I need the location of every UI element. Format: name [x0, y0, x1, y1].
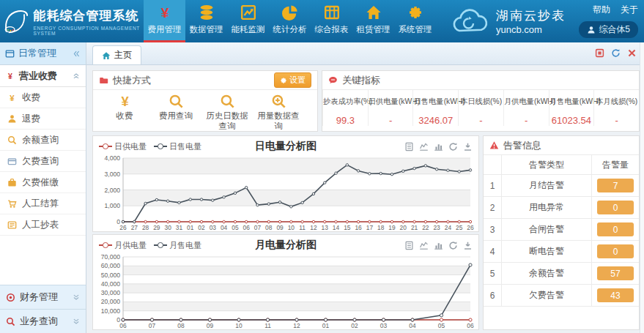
nav-item[interactable]: ¥ 费用管理 [144, 0, 185, 42]
search-icon [7, 135, 17, 145]
nav-item[interactable]: 综合报表 [311, 0, 352, 42]
line-chart-icon[interactable] [419, 241, 429, 250]
sidebar-spacer [0, 236, 86, 285]
nav-item-label: 能耗监测 [232, 24, 265, 35]
monitor-chart-icon [240, 4, 256, 20]
home-icon [366, 4, 382, 20]
sidebar-item[interactable]: 余额查询 [0, 130, 86, 151]
svg-text:¥: ¥ [10, 93, 15, 102]
sidebar-item[interactable]: 欠费催缴 [0, 172, 86, 193]
app-logo: 能耗综合管理系统 ENERGY CONSUMPTION MANAGEMENT S… [0, 0, 144, 42]
indicator-label: 月售电量(kWH) [549, 97, 594, 107]
indicator-cell: 日售电量(kWH) 3246.07 [412, 90, 458, 126]
daily-chart-canvas[interactable]: 01,0002,0003,0004,0002627282930310102030… [97, 155, 475, 231]
shortcut-list: ¥ 收费 费用查询 历史日数据查询 [93, 90, 317, 132]
alarm-row: 4 断电告警 0 [484, 241, 639, 263]
tab-bar: 主页 [86, 42, 644, 65]
legend-marker-icon [154, 242, 167, 249]
alarm-index: 6 [484, 291, 501, 301]
sidebar-bottom-item[interactable]: 财务管理 [0, 285, 86, 309]
svg-text:11: 11 [299, 224, 306, 231]
svg-text:14: 14 [333, 224, 340, 231]
sidebar-item[interactable]: 人工结算 [0, 193, 86, 214]
legend-item[interactable]: 日供电量 [99, 141, 147, 152]
save-image-icon[interactable] [463, 142, 473, 151]
svg-text:22: 22 [422, 224, 429, 231]
legend-item[interactable]: 日售电量 [154, 141, 201, 152]
indicator-cell: 月售电量(kWH) 61023.54 [549, 90, 594, 126]
sidebar-item-label: 欠费查询 [22, 155, 59, 168]
settings-button[interactable]: 设置 [274, 72, 311, 88]
line-chart-icon[interactable] [419, 142, 429, 151]
nav-item[interactable]: 统计分析 [269, 0, 311, 42]
restore-icon[interactable] [448, 142, 458, 151]
sidebar-item[interactable]: 退费 [0, 108, 86, 130]
sidebar-item[interactable]: 人工抄表 [0, 214, 86, 236]
indicator-value: - [459, 115, 503, 126]
yen-icon: ¥ [6, 72, 15, 81]
alarm-row: 1 月结告警 7 [484, 175, 639, 197]
alarm-type-header: 告警类型 [501, 155, 591, 174]
sidebar-item[interactable]: ¥ 收费 [0, 87, 86, 108]
bar-chart-icon[interactable] [434, 241, 443, 250]
daily-chart-panel: 日电量分析图 日供电量 日售电量 [92, 135, 479, 232]
shortcut-item[interactable]: 用量数据查询 [256, 94, 301, 132]
restore-icon[interactable] [448, 241, 458, 250]
exit-fullscreen-icon[interactable] [595, 48, 604, 58]
indicator-label: 日售电量(kWH) [413, 97, 458, 107]
shortcuts-panel: 快捷方式 设置 ¥ 收费 [92, 70, 318, 132]
shortcut-item[interactable]: 费用查询 [153, 94, 199, 132]
alarm-table: 告警类型 告警量 1 月结告警 7 2 [484, 155, 639, 307]
data-view-icon[interactable] [404, 241, 414, 250]
refresh-tab-icon[interactable] [611, 48, 621, 58]
data-view-icon[interactable] [404, 142, 414, 151]
app-header: 能耗综合管理系统 ENERGY CONSUMPTION MANAGEMENT S… [0, 0, 644, 42]
svg-text:07: 07 [149, 322, 156, 329]
indicator-value: - [594, 115, 639, 126]
close-tab-icon[interactable] [627, 48, 637, 58]
nav-item[interactable]: 能耗监测 [227, 0, 269, 42]
top-link[interactable]: 帮助 [593, 4, 610, 16]
svg-text:20: 20 [400, 224, 407, 231]
monthly-chart-canvas[interactable]: 010,00020,00030,00040,00050,00060,00070,… [97, 254, 475, 329]
shortcut-label: 收费 [103, 111, 146, 121]
svg-text:¥: ¥ [8, 72, 12, 81]
nav-item[interactable]: 租赁管理 [352, 0, 394, 42]
svg-text:13: 13 [322, 224, 329, 231]
top-link[interactable]: 关于 [621, 4, 638, 16]
collapse-left-icon[interactable] [73, 50, 81, 58]
legend-item[interactable]: 月供电量 [99, 240, 147, 251]
save-image-icon[interactable] [463, 241, 473, 250]
svg-text:06: 06 [467, 322, 474, 329]
nav-item[interactable]: 数据管理 [185, 0, 227, 42]
legend-label: 月供电量 [114, 240, 147, 251]
bar-chart-icon[interactable] [434, 142, 443, 151]
sidebar-item[interactable]: 欠费查询 [0, 151, 86, 172]
legend-item[interactable]: 月售电量 [154, 240, 201, 251]
brand-domain: yuncb.com [496, 24, 566, 35]
search-icon [6, 317, 15, 326]
sidebar-bottom-items: 财务管理 业务查询 [0, 285, 86, 333]
shortcut-item[interactable]: 历史日数据查询 [204, 94, 250, 132]
svg-text:23: 23 [433, 224, 440, 231]
alarm-index: 5 [484, 269, 501, 279]
indicators-title: 关键指标 [342, 74, 380, 87]
monthly-chart-legend: 月供电量 月售电量 [99, 240, 201, 251]
menu-icon [5, 49, 15, 59]
shortcut-item[interactable]: ¥ 收费 [102, 94, 147, 132]
svg-text:¥: ¥ [160, 5, 169, 20]
scrollbar[interactable] [640, 42, 644, 333]
user-button[interactable]: 综合体5 [579, 21, 638, 38]
alarm-type: 合闸告警 [501, 219, 591, 240]
svg-text:24: 24 [445, 224, 452, 231]
svg-text:08: 08 [265, 224, 273, 231]
sidebar-bottom-label: 业务查询 [20, 315, 68, 328]
sidebar-group-billing[interactable]: ¥ 营业收费 [0, 65, 86, 87]
svg-text:20,000: 20,000 [101, 298, 121, 305]
nav-item[interactable]: 系统管理 [394, 0, 436, 42]
tab-home[interactable]: 主页 [92, 45, 141, 64]
svg-text:¥: ¥ [121, 94, 129, 109]
app-title: 能耗综合管理系统 [33, 7, 144, 24]
sidebar-section-daily-mgmt[interactable]: 日常管理 [0, 42, 86, 65]
sidebar-bottom-item[interactable]: 业务查询 [0, 309, 86, 333]
